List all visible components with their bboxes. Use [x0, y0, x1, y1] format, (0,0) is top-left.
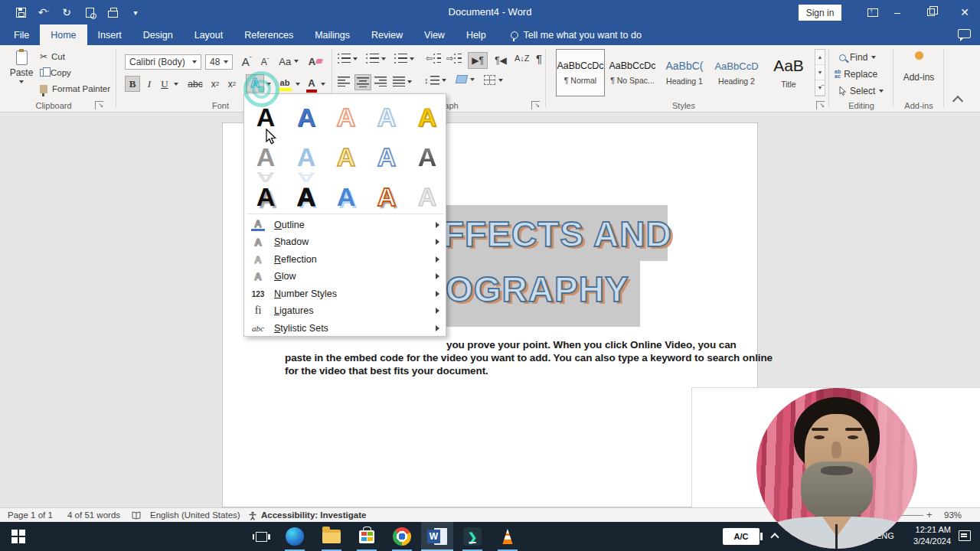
effect-style-4[interactable]: A [369, 99, 404, 135]
menu-item-outline[interactable]: A Outline [245, 217, 446, 233]
align-left-button[interactable] [338, 77, 350, 86]
shading-button[interactable] [456, 75, 475, 83]
show-paragraph-marks-button[interactable]: ¶ [536, 52, 542, 65]
bullets-button[interactable] [338, 54, 358, 64]
close-icon[interactable]: ✕ [949, 0, 980, 24]
tab-references[interactable]: References [234, 24, 304, 45]
page-indicator[interactable]: Page 1 of 1 [8, 510, 53, 520]
effect-style-3[interactable]: A [328, 99, 364, 135]
language-indicator[interactable]: English (United States) [150, 510, 240, 520]
paste-button[interactable]: Paste [8, 51, 35, 96]
font-color-dropdown-icon[interactable] [318, 76, 328, 92]
menu-item-stylistic-sets[interactable]: abc Stylistic Sets [245, 320, 446, 337]
zoom-in-icon[interactable]: + [926, 509, 933, 520]
effect-style-11[interactable]: A [248, 179, 283, 214]
style-heading-2[interactable]: AaBbCcD Heading 2 [712, 49, 761, 96]
file-explorer-button[interactable] [315, 522, 348, 551]
tab-help[interactable]: Help [456, 24, 497, 45]
bold-button[interactable]: B [125, 76, 140, 92]
menu-item-reflection[interactable]: A Reflection [245, 251, 446, 268]
cut-button[interactable]: ✂ Cut [40, 51, 65, 62]
style-normal[interactable]: AaBbCcDc ¶ Normal [556, 49, 605, 96]
italic-button[interactable]: I [143, 76, 155, 92]
font-color-button[interactable]: A [304, 74, 319, 91]
sign-in-button[interactable]: Sign in [799, 5, 841, 21]
numbering-button[interactable] [366, 54, 386, 64]
tab-layout[interactable]: Layout [184, 24, 234, 45]
effect-style-10[interactable]: A [410, 139, 445, 174]
tab-home[interactable]: Home [40, 24, 87, 45]
style-no-spacing[interactable]: AaBbCcDc ¶ No Spac... [608, 49, 657, 96]
word-taskbar-button[interactable]: W [421, 522, 453, 551]
tab-mailings[interactable]: Mailings [304, 24, 361, 45]
media-app-button[interactable]: ❯ [456, 522, 488, 551]
style-heading-1[interactable]: AaBbC( Heading 1 [660, 49, 709, 96]
edge-button[interactable] [279, 522, 311, 551]
styles-dialog-launcher-icon[interactable]: ↘ [816, 101, 825, 109]
menu-item-number-styles[interactable]: 123 Number Styles [245, 285, 446, 302]
battery-indicator[interactable]: A/C [723, 528, 760, 545]
line-spacing-button[interactable]: ↕ [424, 75, 446, 85]
underline-button[interactable]: U [158, 76, 171, 92]
right-to-left-button[interactable]: ¶◀ [491, 52, 511, 69]
effect-style-8[interactable]: A [328, 139, 364, 174]
font-family-combo[interactable]: Calibri (Body) [125, 54, 201, 70]
hidden-icons-chevron[interactable] [770, 533, 779, 541]
clipboard-dialog-launcher-icon[interactable]: ↘ [95, 101, 103, 109]
collapse-ribbon-icon[interactable] [952, 96, 963, 106]
effect-style-5[interactable]: A [410, 99, 445, 135]
add-ins-button[interactable]: Add-ins [897, 51, 940, 96]
font-size-combo[interactable]: 48 [205, 54, 233, 70]
task-view-button[interactable] [245, 522, 277, 551]
tell-me-box[interactable]: Tell me what you want to do [511, 24, 642, 45]
tab-design[interactable]: Design [132, 24, 184, 45]
increase-indent-button[interactable]: ⇨ [446, 54, 462, 64]
effect-style-7[interactable]: A [289, 139, 324, 174]
borders-button[interactable] [484, 75, 503, 85]
paragraph-dialog-launcher-icon[interactable]: ↘ [531, 101, 540, 109]
grow-font-button[interactable]: Aˇ̈ [238, 53, 255, 70]
effect-style-13[interactable]: A [328, 179, 364, 214]
accessibility-status[interactable]: Accessibility: Investigate [261, 510, 366, 520]
subscript-button[interactable]: x2 [207, 76, 223, 92]
effect-style-2[interactable]: A [289, 99, 324, 135]
store-button[interactable] [351, 522, 383, 551]
clear-formatting-button[interactable]: A [306, 53, 325, 70]
clock-time[interactable]: 12:21 AM [903, 525, 951, 534]
word-count[interactable]: 4 of 51 words [67, 510, 120, 520]
replace-button[interactable]: abac Replace [835, 69, 877, 80]
tab-view[interactable]: View [413, 24, 456, 45]
find-button[interactable]: Find [839, 52, 876, 63]
select-button[interactable]: Select [839, 86, 884, 96]
comments-icon[interactable] [958, 29, 971, 38]
left-to-right-button[interactable]: ▶¶ [468, 52, 488, 69]
copy-button[interactable]: Copy [40, 68, 71, 77]
restore-icon[interactable] [916, 0, 946, 24]
menu-item-ligatures[interactable]: fi Ligatures [245, 302, 446, 319]
strikethrough-button[interactable]: abc [185, 76, 205, 92]
tab-file[interactable]: File [0, 24, 40, 45]
underline-dropdown-icon[interactable] [172, 76, 181, 92]
highlight-dropdown-icon[interactable] [293, 76, 302, 92]
superscript-button[interactable]: x2 [224, 76, 240, 92]
tab-insert[interactable]: Insert [87, 24, 132, 45]
clock-date[interactable]: 3/24/2024 [903, 536, 951, 546]
style-title[interactable]: AaB Title [764, 49, 813, 96]
notification-center-icon[interactable] [959, 530, 971, 541]
effect-style-9[interactable]: A [369, 139, 404, 174]
start-button[interactable] [0, 522, 37, 551]
zoom-level[interactable]: 93% [944, 510, 962, 520]
center-button[interactable] [354, 74, 371, 90]
shrink-font-button[interactable]: Aˇ [257, 54, 273, 70]
styles-gallery-scroll[interactable]: ▲ ▼ ▼̅ [815, 49, 825, 96]
change-case-button[interactable]: Aa [277, 53, 300, 70]
vlc-button[interactable] [492, 522, 524, 551]
effect-style-12[interactable]: A [289, 179, 324, 214]
minimize-icon[interactable]: – [882, 0, 913, 24]
menu-item-shadow[interactable]: A Shadow [245, 233, 446, 250]
menu-item-glow[interactable]: A Glow [245, 268, 446, 285]
align-right-button[interactable] [374, 77, 387, 86]
format-painter-button[interactable]: Format Painter [40, 84, 110, 93]
justify-button[interactable] [393, 77, 412, 86]
multilevel-list-button[interactable] [394, 54, 414, 64]
